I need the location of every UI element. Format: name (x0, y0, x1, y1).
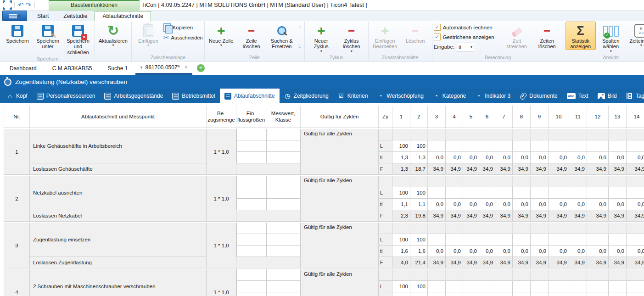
application-menu-button[interactable]: ▾ (2, 11, 27, 21)
value-f-cycle-13[interactable]: 34,9 (609, 257, 627, 268)
value-l-cycle-7[interactable] (495, 140, 513, 152)
value-l-cycle-9[interactable] (531, 187, 549, 199)
tab-kategorie[interactable]: ◔Kategorie (428, 89, 470, 103)
value-l-cycle-13[interactable] (609, 234, 627, 246)
value-ti-cycle-2[interactable]: 11,9 (410, 292, 428, 296)
value-l-cycle-8[interactable] (513, 281, 531, 292)
value-l-cycle-2[interactable]: 100 (410, 140, 428, 152)
measure-class-input[interactable] (266, 223, 301, 234)
value-f-cycle-9[interactable]: 34,9 (531, 257, 549, 268)
value-f-cycle-14[interactable]: 34,9 (627, 257, 644, 268)
tab-personalressourcen[interactable]: Personalressourcen (32, 89, 100, 103)
tab-betriebsmittel[interactable]: Betriebsmittel (168, 89, 220, 103)
value-f-cycle-3[interactable]: 34,9 (428, 210, 446, 222)
tab-tagebuch[interactable]: Tagebuch (622, 89, 644, 103)
value-f-cycle-13[interactable]: 34,9 (609, 210, 627, 222)
measure-class-input[interactable] (266, 292, 301, 296)
influence-input[interactable] (236, 199, 266, 210)
value-ti-cycle-1[interactable]: 1,3 (392, 152, 410, 163)
value-f-cycle-11[interactable]: 34,9 (569, 257, 587, 268)
value-l-cycle-6[interactable] (479, 234, 495, 246)
delete-times-button[interactable]: − Zeiten löschen (532, 22, 562, 50)
value-l-cycle-3[interactable] (428, 140, 446, 152)
undo-button[interactable]: ↶ (17, 0, 25, 10)
chevron-down-icon[interactable]: ▾ (140, 65, 142, 70)
measure-class-input[interactable] (266, 281, 301, 292)
value-ti-cycle-13[interactable]: 0,0 (609, 292, 627, 296)
value-ti-cycle-6[interactable]: 0,0 (479, 152, 495, 163)
save-and-close-button[interactable]: ✕ Speichern und schließen (63, 22, 93, 56)
measure-point-description[interactable]: Loslassen Zugentlastung (30, 257, 207, 268)
value-ti-cycle-2[interactable]: 1,1 (410, 199, 428, 210)
value-f-cycle-10[interactable]: 34,9 (549, 257, 569, 268)
tab-bild[interactable]: Bild (593, 89, 622, 103)
value-f-cycle-1[interactable]: 2,3 (392, 210, 410, 222)
tab-zeitgliederung[interactable]: ◷Zeitgliederung (280, 89, 333, 103)
value-f-cycle-2[interactable]: 19,8 (410, 210, 428, 222)
value-ti-cycle-11[interactable]: 0,0 (569, 246, 587, 257)
save-as-button[interactable]: ✎ Speichern unter (33, 22, 63, 50)
value-l-cycle-13[interactable] (609, 140, 627, 152)
value-l-cycle-8[interactable] (513, 234, 531, 246)
value-l-cycle-11[interactable] (569, 140, 587, 152)
value-ti-cycle-6[interactable]: 0,0 (479, 246, 495, 257)
copy-button[interactable]: Kopieren (163, 23, 203, 32)
value-ti-cycle-5[interactable]: 0,0 (463, 152, 479, 163)
value-l-cycle-12[interactable] (587, 234, 609, 246)
value-f-cycle-12[interactable]: 34,9 (587, 163, 609, 175)
tab-indikator-3[interactable]: ◔Indikator 3 (470, 89, 515, 103)
value-f-cycle-12[interactable]: 34,9 (587, 257, 609, 268)
tab-kopf[interactable]: ⌂Kopf (2, 89, 32, 103)
cut-button[interactable]: ✂Ausschneiden (163, 34, 203, 42)
value-l-cycle-3[interactable] (428, 281, 446, 292)
value-l-cycle-12[interactable] (587, 281, 609, 292)
value-ti-cycle-12[interactable]: 0,0 (587, 246, 609, 257)
value-ti-cycle-3[interactable]: 0,0 (428, 292, 446, 296)
document-tab-c-m-ab3kabs5[interactable]: C.M.AB3KABS5 (45, 61, 100, 75)
influence-input[interactable] (236, 246, 266, 257)
value-f-cycle-12[interactable]: 34,9 (587, 210, 609, 222)
value-l-cycle-10[interactable] (549, 234, 569, 246)
value-f-cycle-5[interactable]: 34,9 (463, 257, 479, 268)
value-l-cycle-3[interactable] (428, 187, 446, 199)
document-tab-dashboard[interactable]: Dashboard (2, 61, 45, 75)
value-l-cycle-1[interactable]: 100 (392, 187, 410, 199)
new-tab-button[interactable]: + (197, 64, 205, 72)
value-ti-cycle-7[interactable]: 0,0 (495, 246, 513, 257)
value-l-cycle-14[interactable] (627, 140, 644, 152)
value-l-cycle-2[interactable]: 100 (410, 234, 428, 246)
choose-columns-button[interactable]: ✓ Spalten wählen ▾ (596, 22, 626, 54)
value-f-cycle-7[interactable]: 34,9 (495, 210, 513, 222)
value-f-cycle-6[interactable]: 34,9 (479, 163, 495, 175)
value-l-cycle-8[interactable] (513, 187, 531, 199)
value-f-cycle-11[interactable]: 34,9 (569, 163, 587, 175)
value-f-cycle-9[interactable]: 34,9 (531, 210, 549, 222)
value-l-cycle-11[interactable] (569, 187, 587, 199)
measure-class-input[interactable] (266, 269, 301, 281)
value-l-cycle-10[interactable] (549, 140, 569, 152)
measure-class-input[interactable] (266, 246, 301, 257)
move-row-down-button[interactable]: ↓ (298, 42, 302, 49)
influence-input[interactable] (236, 223, 266, 234)
value-l-cycle-14[interactable] (627, 234, 644, 246)
value-l-cycle-7[interactable] (495, 281, 513, 292)
value-ti-cycle-14[interactable]: 0,0 (627, 152, 644, 163)
show-striked-checkbox[interactable]: ✓Gestrichene anzeigen (434, 33, 502, 41)
value-l-cycle-13[interactable] (609, 187, 627, 199)
save-button[interactable]: Speichern (2, 22, 33, 44)
value-f-cycle-3[interactable]: 34,9 (428, 257, 446, 268)
tab-text[interactable]: abcText (562, 89, 593, 103)
value-ti-cycle-10[interactable]: 0,0 (549, 246, 569, 257)
influence-input[interactable] (236, 129, 266, 140)
time-unit-button[interactable]: s0,0 Zeiteinheit ▾ (626, 22, 644, 48)
measure-class-input[interactable] (266, 129, 301, 140)
value-l-cycle-7[interactable] (495, 234, 513, 246)
strike-time-button[interactable]: Zeit streichen (502, 22, 532, 50)
value-ti-cycle-13[interactable]: 0,0 (609, 199, 627, 210)
value-l-cycle-10[interactable] (549, 187, 569, 199)
value-l-cycle-8[interactable] (513, 140, 531, 152)
value-f-cycle-4[interactable]: 34,9 (446, 210, 463, 222)
value-l-cycle-4[interactable] (446, 281, 463, 292)
close-icon[interactable]: × (185, 64, 188, 71)
value-ti-cycle-14[interactable]: 0,0 (627, 246, 644, 257)
